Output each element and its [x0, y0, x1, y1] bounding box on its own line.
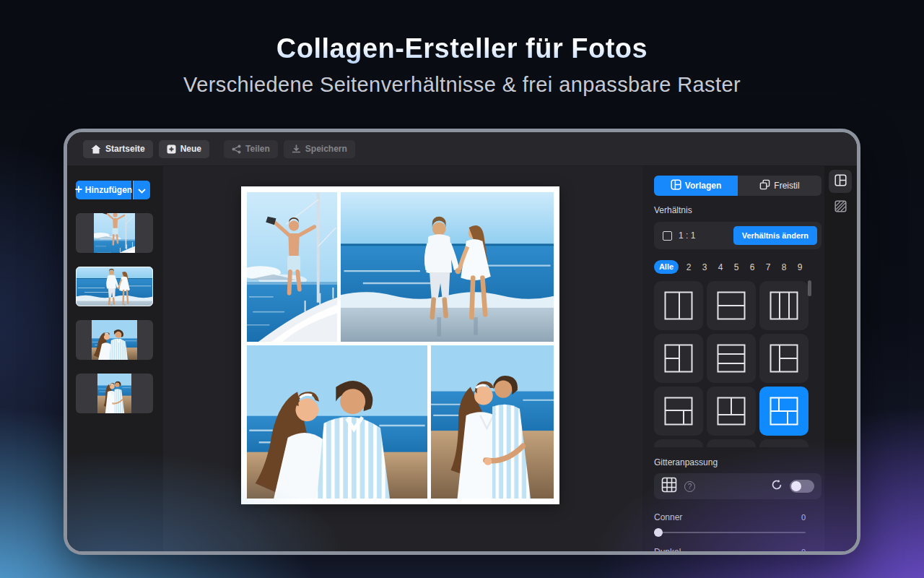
panel-tabs: Vorlagen Freistil: [654, 176, 821, 196]
square-ratio-icon: [663, 231, 672, 241]
layout-icon: [834, 174, 847, 189]
plus-icon: [75, 185, 82, 195]
template-tile-4cell-selected[interactable]: [759, 387, 808, 436]
dark-slider-block: Dunkel 0: [654, 547, 806, 551]
filter-chip-alle[interactable]: Alle: [654, 260, 679, 274]
ratio-row: 1 : 1 Verhältnis ändern: [654, 222, 821, 249]
save-button[interactable]: Speichern: [284, 140, 355, 158]
layout-panel-button[interactable]: [829, 170, 852, 193]
corner-slider-value: 0: [801, 513, 806, 522]
grid-adjust-row: ?: [654, 473, 821, 499]
add-photo-dropdown-button[interactable]: [133, 181, 150, 199]
new-file-icon: [167, 144, 176, 154]
new-label: Neue: [180, 144, 201, 154]
home-icon: [91, 144, 101, 154]
grid-icon: [661, 477, 677, 496]
top-toolbar: Startseite Neue Teilen Speichern: [67, 132, 857, 166]
template-tile-top-bottomsplit[interactable]: [654, 387, 703, 436]
template-grid-overflow: [654, 439, 808, 447]
photo-sidebar: Hinzufügen: [67, 166, 163, 551]
template-tile-partial[interactable]: [707, 439, 756, 447]
thumbnail-kissing-couple-photo[interactable]: [76, 374, 153, 413]
page-title: Collagen-Ersteller für Fotos: [0, 33, 924, 64]
filter-chip-6[interactable]: 6: [746, 262, 758, 272]
background-panel-button[interactable]: [829, 196, 852, 219]
collage-cell-smiling-couple-photo[interactable]: [247, 345, 427, 499]
toggle-knob: [791, 481, 801, 491]
home-label: Startseite: [105, 144, 145, 154]
canvas-area: [163, 166, 642, 551]
filter-chip-9[interactable]: 9: [794, 262, 806, 272]
collage-cell-kissing-couple-photo[interactable]: [431, 345, 554, 499]
dark-slider-value: 0: [801, 548, 806, 551]
main-area: Hinzufügen Vorlage: [67, 166, 857, 551]
templates-panel: Vorlagen Freistil Verhältnis 1 : 1 Verhä…: [642, 166, 824, 551]
template-tile-partial[interactable]: [759, 439, 808, 447]
add-photo-label: Hinzufügen: [85, 185, 132, 195]
template-tile-3row[interactable]: [707, 334, 756, 383]
dark-slider-label: Dunkel: [654, 547, 681, 551]
hero: Collagen-Ersteller für Fotos Verschieden…: [0, 0, 924, 97]
thumbnail-boat-photo[interactable]: [76, 213, 153, 253]
right-tool-strip: [824, 166, 857, 551]
thumbnail-smiling-couple-photo[interactable]: [76, 320, 153, 360]
layout-grid-icon: [671, 179, 681, 192]
tab-vorlagen-label: Vorlagen: [685, 181, 721, 191]
template-filter-chips: Alle 2 3 4 5 6 7 8 9: [654, 260, 821, 274]
template-tile-2col[interactable]: [654, 281, 703, 330]
corner-slider-label: Conner: [654, 512, 682, 522]
corner-slider-knob[interactable]: [654, 528, 663, 537]
grid-section-label: Gitteranpassung: [654, 457, 821, 467]
download-icon: [292, 144, 301, 154]
tab-vorlagen[interactable]: Vorlagen: [654, 176, 738, 196]
collage-canvas[interactable]: [241, 186, 559, 504]
add-photo-button[interactable]: Hinzufügen: [76, 181, 131, 199]
refresh-icon[interactable]: [771, 479, 783, 493]
share-button[interactable]: Teilen: [224, 140, 278, 158]
app-window: Startseite Neue Teilen Speichern Hinzufü…: [64, 129, 860, 555]
template-tile-3col[interactable]: [759, 281, 808, 330]
new-button[interactable]: Neue: [159, 140, 209, 158]
change-ratio-button[interactable]: Verhältnis ändern: [733, 226, 817, 245]
template-scrollbar[interactable]: [808, 280, 811, 296]
template-tile-left-split[interactable]: [654, 334, 703, 383]
filter-chip-4[interactable]: 4: [715, 262, 726, 272]
freestyle-layers-icon: [759, 179, 770, 192]
tab-freistil[interactable]: Freistil: [738, 176, 821, 196]
filter-chip-7[interactable]: 7: [762, 262, 774, 272]
template-grid: [654, 281, 808, 436]
chevron-down-icon: [138, 184, 146, 197]
filter-chip-8[interactable]: 8: [778, 262, 790, 272]
filter-chip-3[interactable]: 3: [699, 262, 710, 272]
template-tile-topsplit-bottom[interactable]: [707, 387, 756, 436]
add-photo-group: Hinzufügen: [76, 181, 163, 199]
corner-slider[interactable]: [654, 532, 806, 533]
background-pattern-icon: [834, 200, 847, 215]
collage-cell-boat-photo[interactable]: [247, 192, 337, 342]
tab-freistil-label: Freistil: [774, 181, 799, 191]
corner-slider-block: Conner 0: [654, 512, 806, 533]
thumbnail-walking-couple-photo[interactable]: [76, 267, 153, 306]
help-icon[interactable]: ?: [684, 481, 695, 492]
share-label: Teilen: [245, 144, 270, 154]
filter-chip-5[interactable]: 5: [731, 262, 742, 272]
share-icon: [232, 144, 241, 154]
grid-toggle[interactable]: [790, 480, 814, 493]
save-label: Speichern: [305, 144, 347, 154]
template-tile-partial[interactable]: [654, 439, 703, 447]
filter-chip-2[interactable]: 2: [683, 262, 694, 272]
home-button[interactable]: Startseite: [83, 140, 153, 158]
template-tile-2row[interactable]: [707, 281, 756, 330]
ratio-section-label: Verhältnis: [654, 205, 821, 215]
template-tile-right-split[interactable]: [759, 334, 808, 383]
collage-cell-walking-couple-photo[interactable]: [341, 192, 554, 342]
page-subtitle: Verschiedene Seitenverhältnisse & frei a…: [0, 73, 924, 97]
ratio-value: 1 : 1: [679, 230, 695, 241]
